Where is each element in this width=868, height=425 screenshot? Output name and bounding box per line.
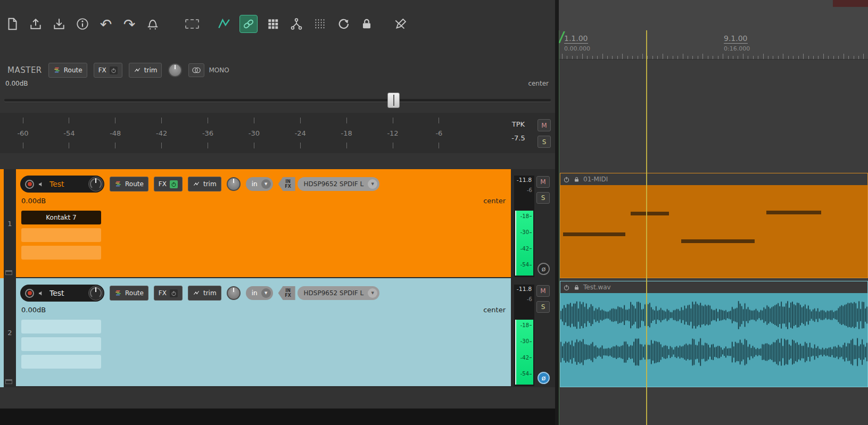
grid-view-icon[interactable] [265,16,281,32]
metronome-icon[interactable] [145,16,161,32]
master-meter[interactable]: -60-54-48-42-36-30-24-18-12-6 TPK -7.5 M… [0,113,555,153]
chevron-down-icon[interactable] [261,288,271,298]
routing-matrix-icon[interactable] [288,16,304,32]
midi-note[interactable] [563,232,625,236]
audio-item[interactable]: Test.wav [560,281,868,387]
fx-power-icon[interactable] [170,289,178,297]
midi-note[interactable] [631,212,669,215]
track-trim-button[interactable]: trim [188,177,221,191]
save-project-icon[interactable] [51,16,67,32]
track-mute-button[interactable]: M [536,176,550,188]
track-panel[interactable]: Test Route FX trim in [16,169,511,277]
pan-knob[interactable] [88,177,103,191]
track-pan-readout[interactable]: center [483,197,506,205]
master-stereo-button[interactable] [188,63,204,77]
draw-disabled-icon[interactable] [393,16,409,32]
midi-item-body[interactable] [560,185,867,278]
output-selector[interactable]: HDSP9652 SPDIF L [297,286,380,300]
lock-icon[interactable] [573,176,580,183]
lock-icon[interactable] [359,16,375,32]
loop-icon[interactable] [335,16,351,32]
master-pan-readout[interactable]: center [528,80,549,87]
phase-button[interactable]: ø [538,263,550,275]
chevron-down-icon[interactable] [368,179,377,189]
input-selector[interactable]: in [246,286,273,300]
track-width-knob[interactable] [227,177,241,191]
envelope-icon[interactable] [216,16,232,32]
power-icon[interactable] [563,284,570,291]
track-fx-button[interactable]: FX [154,177,183,191]
track-solo-button[interactable]: S [536,301,550,313]
record-arm-button[interactable] [25,289,34,298]
fx-slot[interactable] [21,228,101,242]
track-meter[interactable]: -11.8 -6 -18 -30 -42 -54 [514,285,534,386]
track-route-button[interactable]: Route [110,177,148,191]
marquee-select-icon[interactable] [184,16,200,32]
master-mute-button[interactable]: M [538,119,551,131]
new-project-icon[interactable] [4,16,20,32]
folder-toggle-icon[interactable] [5,379,12,384]
master-fader-track[interactable] [4,99,551,102]
track-number[interactable]: 2 [4,278,16,387]
midi-note[interactable] [681,239,754,243]
midi-item[interactable]: 01-MIDI [560,173,868,278]
arrange-body[interactable]: 01-MIDI Test.wav [559,60,868,425]
snap-grid-icon[interactable] [312,16,328,32]
chevron-down-icon[interactable] [261,179,271,189]
meter-peak-readout[interactable]: -11.8 [514,285,534,294]
master-fader-handle[interactable] [387,93,400,108]
track-trim-button[interactable]: trim [188,286,221,301]
media-item-header[interactable]: Test.wav [560,281,867,293]
fx-slot[interactable] [21,320,101,334]
pan-knob[interactable] [88,286,103,301]
power-icon[interactable] [563,176,570,183]
item-grouping-icon[interactable] [239,15,258,33]
master-fx-button[interactable]: FX [94,63,122,78]
fx-power-icon[interactable] [110,66,118,74]
speaker-icon[interactable] [38,289,46,297]
fx-slot[interactable] [21,337,101,351]
master-width-knob[interactable] [168,63,182,77]
track-name[interactable]: Test [49,180,85,188]
track-fx-button[interactable]: FX [154,286,183,301]
project-info-icon[interactable] [75,16,90,32]
track-width-knob[interactable] [227,286,241,300]
undo-icon[interactable] [98,16,114,32]
midi-note[interactable] [766,211,821,214]
input-selector[interactable]: in [246,177,273,191]
fx-slot[interactable] [21,355,101,369]
track-volume-readout[interactable]: 0.00dB [21,306,46,314]
fx-power-icon[interactable] [170,180,178,188]
phase-button[interactable]: ø [538,372,550,384]
track-meter[interactable]: -11.8 -6 -18 -30 -42 -54 [514,176,534,277]
fx-slot[interactable] [21,246,101,260]
track-solo-button[interactable]: S [536,192,550,204]
record-arm-button[interactable] [25,180,34,189]
track-volume-readout[interactable]: 0.00dB [21,197,46,205]
open-project-icon[interactable] [28,16,44,32]
output-selector[interactable]: HDSP9652 SPDIF L [297,177,380,191]
media-item-header[interactable]: 01-MIDI [560,173,867,185]
fx-slot[interactable]: Kontakt 7 [21,211,101,224]
track-mute-button[interactable]: M [536,285,550,297]
track-number[interactable]: 1 [4,169,16,278]
track-pan-readout[interactable]: center [483,306,506,314]
master-trim-button[interactable]: trim [129,63,162,78]
lock-icon[interactable] [573,284,580,291]
master-solo-button[interactable]: S [538,136,551,148]
master-route-button[interactable]: Route [48,63,87,78]
speaker-icon[interactable] [38,180,46,188]
input-fx-tag[interactable]: INFX [278,286,295,300]
peak-value[interactable]: -7.5 [506,134,531,142]
hscroll-thumb[interactable] [833,0,868,7]
audio-item-body[interactable] [560,293,867,387]
input-fx-tag[interactable]: INFX [278,177,295,191]
track-name[interactable]: Test [49,289,85,297]
timeline-ruler[interactable]: 1.1.00 0.00.000 9.1.00 0:16.000 [559,30,868,60]
panel-divider[interactable] [555,0,559,425]
chevron-down-icon[interactable] [368,288,377,298]
redo-icon[interactable] [121,16,137,32]
track-panel[interactable]: Test Route FX trim in [16,278,511,386]
folder-toggle-icon[interactable] [5,270,12,275]
master-volume-readout[interactable]: 0.00dB [5,80,28,87]
